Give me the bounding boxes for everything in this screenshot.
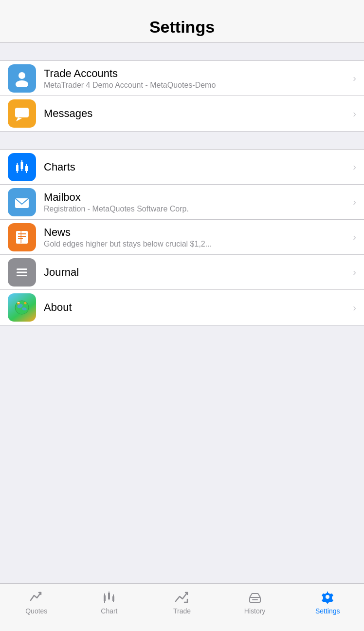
book-icon [13,229,31,246]
trade-accounts-content: Trade Accounts MetaTrader 4 Demo Account… [44,67,349,90]
news-item[interactable]: News Gold edges higher but stays below c… [0,220,364,255]
journal-title: Journal [44,266,349,279]
person-icon [13,70,31,87]
news-title: News [44,226,349,239]
chevron-icon: › [353,302,356,313]
mailbox-icon [8,188,36,216]
svg-point-0 [18,72,25,79]
tab-quotes[interactable]: Quotes [0,589,73,615]
section-1: Trade Accounts MetaTrader 4 Demo Account… [0,60,364,132]
svg-point-27 [18,302,18,303]
settings-tab-label: Settings [315,607,340,615]
page-title: Settings [149,18,215,37]
mailbox-subtitle: Registration - MetaQuotes Software Corp. [44,205,349,213]
news-icon [8,223,36,251]
journal-content: Journal [44,266,349,279]
messages-item[interactable]: Messages › [0,96,364,131]
about-item[interactable]: About › [0,290,364,325]
charts-title: Charts [44,161,349,173]
chevron-icon: › [353,267,356,278]
lines-icon [13,264,31,281]
tab-trade[interactable]: Trade [146,589,218,615]
trade-accounts-icon [8,64,36,93]
chevron-icon: › [353,231,356,243]
svg-rect-35 [112,596,114,601]
trade-icon [175,590,189,604]
tab-history[interactable]: History [218,589,291,615]
svg-rect-10 [25,166,28,171]
charts-icon [8,153,36,181]
candlestick-icon [13,158,31,176]
chevron-icon: › [353,73,356,84]
message-icon [13,105,31,122]
journal-item[interactable]: Journal › [0,255,364,290]
trade-accounts-title: Trade Accounts [44,67,349,80]
messages-icon [8,99,36,128]
quotes-icon [29,590,44,604]
svg-rect-7 [21,162,23,169]
chart-icon [102,590,116,604]
quotes-tab-label: Quotes [25,607,47,615]
trade-accounts-subtitle: MetaTrader 4 Demo Account - MetaQuotes-D… [44,81,349,90]
mailbox-title: Mailbox [44,191,349,204]
trade-tab-label: Trade [173,607,191,615]
chevron-icon: › [353,108,356,119]
svg-rect-20 [17,275,27,276]
messages-content: Messages [44,107,349,120]
quotes-tab-icon [28,589,45,605]
news-content: News Gold edges higher but stays below c… [44,226,349,249]
svg-rect-2 [15,108,29,117]
chevron-icon: › [353,161,356,172]
svg-rect-32 [108,593,110,599]
trade-accounts-item[interactable]: Trade Accounts MetaTrader 4 Demo Account… [0,61,364,96]
section-gap-1 [0,43,364,60]
charts-content: Charts [44,161,349,173]
section-2: Charts › Mailbox Registration - MetaQuot… [0,149,364,325]
section-gap-2 [0,132,364,149]
settings-tab-icon [319,589,336,605]
mail-icon [13,193,31,211]
globe-icon [13,298,31,317]
svg-point-1 [16,80,28,87]
tab-chart[interactable]: Chart [73,589,146,615]
svg-point-28 [18,302,19,303]
journal-icon [8,258,36,287]
tab-settings[interactable]: Settings [291,589,364,615]
mailbox-item[interactable]: Mailbox Registration - MetaQuotes Softwa… [0,185,364,220]
page-header: Settings [0,0,364,43]
history-tab-label: History [244,607,266,615]
svg-rect-29 [104,595,106,601]
chart-tab-label: Chart [101,607,117,615]
charts-item[interactable]: Charts › [0,150,364,185]
svg-marker-3 [16,117,22,121]
about-content: About [44,301,349,314]
news-subtitle: Gold edges higher but stays below crucia… [44,240,349,249]
settings-icon [320,590,335,604]
history-tab-icon [247,589,263,605]
messages-title: Messages [44,107,349,120]
mailbox-content: Mailbox Registration - MetaQuotes Softwa… [44,191,349,213]
tab-bar: Quotes Chart [0,583,364,631]
svg-rect-19 [17,271,27,273]
svg-point-26 [24,302,27,305]
about-title: About [44,301,349,314]
history-icon [248,590,262,604]
svg-rect-18 [17,268,27,270]
about-icon [8,293,36,322]
svg-point-25 [17,302,20,305]
chevron-icon: › [353,196,356,208]
trade-tab-icon [174,589,190,605]
svg-rect-4 [16,165,18,171]
svg-point-43 [326,595,329,599]
chart-tab-icon [101,589,117,605]
